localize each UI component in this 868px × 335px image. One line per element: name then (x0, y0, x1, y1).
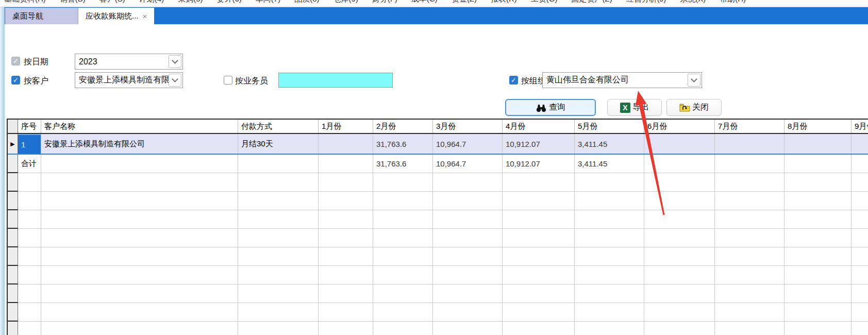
grid-cell (8, 210, 18, 229)
table-row-empty[interactable] (8, 247, 868, 266)
table-row-empty[interactable] (8, 284, 868, 303)
grid-cell: 31,763.6 (373, 155, 433, 173)
menubar-item[interactable]: 客户(S) (99, 0, 125, 4)
table-row-empty[interactable] (8, 266, 868, 284)
column-header[interactable]: 1月份 (319, 120, 373, 133)
customer-combobox[interactable]: 安徽景上添模具制造有限 (75, 72, 183, 88)
menubar-item[interactable]: 采购(5) (178, 0, 203, 4)
column-header[interactable]: 9月份 (852, 120, 868, 133)
column-header[interactable]: 客户名称 (41, 120, 238, 133)
customer-checkbox[interactable]: ✓ (11, 76, 20, 85)
grid-cell (433, 266, 503, 284)
column-header[interactable]: 8月份 (784, 120, 852, 133)
grid-cell (41, 155, 238, 173)
grid-cell (41, 210, 238, 229)
grid-cell (373, 173, 433, 192)
grid-cell: 月结30天 (238, 134, 319, 154)
grid-cell (8, 173, 18, 192)
menubar-item[interactable]: 仓库(9) (333, 0, 358, 4)
grid-cell (852, 303, 868, 322)
grid-cell (433, 322, 503, 335)
grid-cell (319, 284, 373, 303)
tab-桌面导航[interactable]: 桌面导航 (5, 8, 78, 24)
menubar-item[interactable]: 品质(8) (294, 0, 319, 4)
menubar-item[interactable]: 计划(4) (139, 0, 164, 4)
grid-cell (238, 173, 319, 192)
grid-cell (433, 247, 503, 266)
menubar-item[interactable]: 财务(F) (372, 0, 397, 4)
table-row-empty[interactable] (8, 173, 868, 192)
column-header[interactable]: 3月份 (433, 120, 503, 133)
query-button[interactable]: 查询 (505, 99, 596, 116)
table-row-empty[interactable] (8, 229, 868, 247)
table-row-empty[interactable] (8, 192, 868, 210)
menubar-item[interactable]: 车间(7) (256, 0, 280, 4)
menubar-item[interactable]: 委外(6) (217, 0, 242, 4)
grid-cell (319, 155, 373, 173)
grid-cell (41, 229, 238, 247)
column-header[interactable]: 7月份 (715, 120, 784, 133)
org-combobox[interactable]: 黄山伟旦合金有限公司 (542, 72, 702, 88)
grid-cell (319, 192, 373, 210)
year-dropdown-button[interactable] (169, 55, 181, 68)
column-header[interactable]: 6月份 (644, 120, 715, 133)
org-checkbox[interactable]: ✓ (509, 76, 518, 85)
menubar-item[interactable]: 系统(X) (680, 0, 706, 4)
year-combobox[interactable]: 2023 (75, 54, 183, 70)
org-value: 黄山伟旦合金有限公司 (543, 75, 688, 86)
grid-cell (852, 210, 868, 229)
menubar-item[interactable]: 经营分析(J) (626, 0, 666, 4)
grid-cell (852, 284, 868, 303)
menubar-item[interactable]: 固定资产(Z) (572, 0, 612, 4)
grid-cell (238, 303, 319, 322)
date-checkbox[interactable]: ✓ (11, 57, 20, 65)
grid-cell (784, 229, 852, 247)
grid-cell (503, 192, 575, 210)
menubar-item[interactable]: 销售(B) (60, 0, 86, 4)
customer-label: 按客户 (24, 76, 48, 87)
column-header[interactable]: 5月份 (575, 120, 644, 133)
data-grid: 序号客户名称付款方式1月份2月份3月份4月份5月份6月份7月份8月份9月份▶1安… (7, 119, 868, 335)
menubar-item[interactable]: 报表(R) (491, 0, 517, 4)
salesman-checkbox[interactable] (224, 76, 232, 85)
table-row-empty[interactable] (8, 322, 868, 335)
tab-应收款账期统...[interactable]: 应收款账期统...× (78, 8, 154, 24)
table-row-empty[interactable] (8, 210, 868, 229)
year-value: 2023 (75, 57, 169, 66)
column-header[interactable]: 2月份 (373, 120, 433, 133)
grid-cell (319, 229, 373, 247)
close-button[interactable]: 关闭 (666, 99, 722, 116)
row-indicator (8, 155, 18, 173)
top-menubar-items: 基础资料(H)销售(B)客户(S)计划(4)采购(5)委外(6)车间(7)品质(… (0, 0, 868, 4)
grid-cell (852, 173, 868, 192)
column-header[interactable]: 付款方式 (238, 120, 319, 133)
grid-cell (715, 134, 784, 154)
org-dropdown-button[interactable] (688, 74, 700, 87)
grid-cell (715, 303, 784, 322)
menubar-item[interactable]: 基础资料(H) (4, 0, 46, 4)
menubar-item[interactable]: 工资(G) (531, 0, 558, 4)
tab-close-icon[interactable]: × (143, 12, 147, 21)
salesman-input[interactable] (278, 73, 393, 88)
grid-cell (373, 192, 433, 210)
grid-cell (373, 303, 433, 322)
column-header[interactable]: 4月份 (503, 120, 575, 133)
customer-dropdown-button[interactable] (169, 74, 181, 87)
table-row[interactable]: 合计31,763.610,964.710,912.073,411.45 (8, 155, 868, 173)
table-row-empty[interactable] (8, 303, 868, 322)
menubar-item[interactable]: 帮助(H) (720, 0, 746, 4)
menubar-item[interactable]: 资金(Z) (452, 0, 477, 4)
tab-bar: 桌面导航应收款账期统...× (0, 7, 868, 24)
column-header[interactable]: 序号 (18, 120, 41, 133)
chevron-down-icon (691, 76, 697, 82)
grid-cell: 10,964.7 (433, 155, 503, 173)
grid-cell (8, 247, 18, 266)
grid-cell: 10,964.7 (433, 134, 503, 154)
table-row[interactable]: ▶1安徽景上添模具制造有限公司月结30天31,763.610,964.710,9… (8, 134, 868, 154)
menubar-item[interactable]: 成本(C) (411, 0, 438, 4)
export-button[interactable]: X 导出 (607, 99, 662, 116)
window-left-edge (0, 7, 5, 335)
grid-cell: 1 (18, 134, 41, 154)
grid-cell: 31,763.6 (373, 134, 433, 154)
grid-cell (784, 192, 852, 210)
